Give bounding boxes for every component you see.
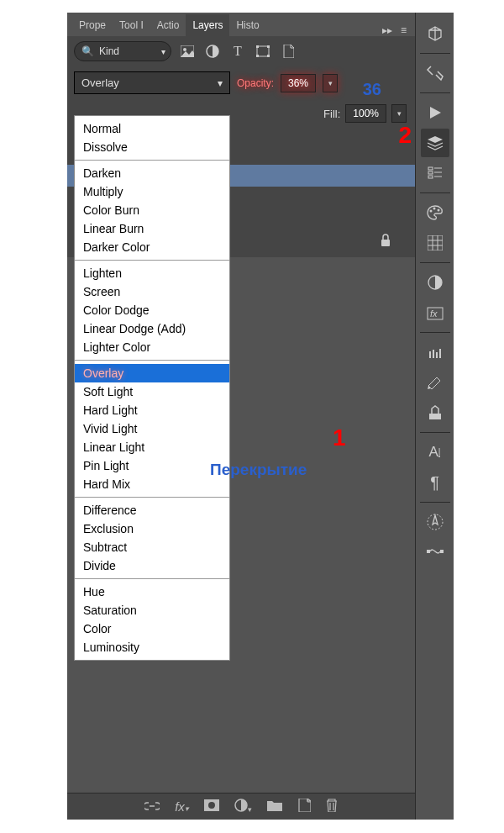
- adjustments-icon[interactable]: [421, 268, 449, 297]
- blend-mode-option[interactable]: Linear Light: [75, 438, 229, 456]
- swatches-icon[interactable]: [421, 229, 449, 257]
- svg-rect-3: [257, 46, 269, 56]
- annotation-1: 1: [333, 424, 346, 451]
- tab-tool-presets[interactable]: Tool I: [113, 14, 150, 36]
- svg-point-15: [429, 210, 432, 213]
- delete-layer-icon[interactable]: [326, 799, 338, 815]
- annotation-overlay-translation: Перекрытие: [210, 461, 307, 479]
- fill-label: Fill:: [323, 108, 340, 120]
- adjustment-layer-icon[interactable]: ▾: [234, 799, 252, 815]
- blend-mode-option[interactable]: Difference: [75, 501, 229, 519]
- annotation-36: 36: [363, 80, 381, 99]
- brush-settings-icon[interactable]: [421, 368, 449, 397]
- fill-dropdown-icon[interactable]: ▾: [391, 104, 407, 123]
- blend-mode-option[interactable]: Overlay: [75, 364, 229, 382]
- navigator-icon[interactable]: [421, 508, 449, 536]
- new-layer-icon[interactable]: [297, 799, 311, 815]
- filter-adjustment-icon[interactable]: [205, 44, 220, 59]
- tab-properties[interactable]: Prope: [72, 14, 113, 36]
- tab-actions[interactable]: Actio: [150, 14, 186, 36]
- blend-mode-option[interactable]: Darken: [75, 164, 229, 182]
- svg-rect-18: [428, 235, 443, 250]
- blend-mode-option[interactable]: Color Dodge: [75, 301, 229, 319]
- filter-smartobject-icon[interactable]: [281, 44, 296, 59]
- fill-value[interactable]: 100%: [345, 104, 386, 123]
- layer-filter-row: 🔍 Kind T: [67, 36, 415, 66]
- panel-menu-icon[interactable]: ≡: [401, 24, 407, 36]
- layers-bottom-bar: fx▾ ▾: [67, 793, 415, 820]
- blend-mode-option[interactable]: Soft Light: [75, 382, 229, 401]
- filter-type-icon[interactable]: T: [230, 44, 245, 59]
- link-layers-icon[interactable]: [144, 799, 160, 815]
- opacity-label: Opacity:: [237, 77, 274, 89]
- svg-text:fx: fx: [430, 308, 438, 319]
- blend-mode-option[interactable]: Subtract: [75, 538, 229, 556]
- brushes-icon[interactable]: [421, 338, 449, 366]
- blend-mode-option[interactable]: Divide: [75, 556, 229, 575]
- 3d-icon[interactable]: [421, 19, 449, 48]
- blend-mode-select[interactable]: Overlay: [74, 71, 230, 94]
- filter-pixel-icon[interactable]: [180, 44, 195, 59]
- blend-mode-option[interactable]: Lighten: [75, 264, 229, 282]
- blend-mode-option[interactable]: Darker Color: [75, 238, 229, 256]
- tools-settings-icon[interactable]: [421, 59, 449, 87]
- svg-point-10: [208, 802, 215, 809]
- blend-mode-menu: NormalDissolveDarkenMultiplyColor BurnLi…: [74, 115, 230, 661]
- blend-mode-option[interactable]: Exclusion: [75, 519, 229, 538]
- svg-rect-6: [256, 55, 259, 57]
- blend-mode-option[interactable]: Linear Burn: [75, 219, 229, 238]
- layers-panel-icon[interactable]: [421, 129, 449, 157]
- svg-rect-12: [428, 167, 433, 170]
- channels-icon[interactable]: [421, 159, 449, 187]
- filter-kind-select[interactable]: 🔍 Kind: [74, 41, 171, 61]
- tab-history[interactable]: Histo: [229, 14, 265, 36]
- tab-layers[interactable]: Layers: [186, 14, 229, 36]
- svg-point-17: [437, 209, 439, 212]
- blend-mode-option[interactable]: Hue: [75, 583, 229, 601]
- blend-mode-option[interactable]: Lighter Color: [75, 338, 229, 356]
- panel-tabs: Prope Tool I Actio Layers Histo ▸▸ ≡: [67, 13, 415, 36]
- blend-mode-option[interactable]: Vivid Light: [75, 419, 229, 438]
- collapse-icon[interactable]: ▸▸: [382, 24, 392, 36]
- svg-rect-24: [427, 550, 430, 553]
- svg-rect-7: [267, 55, 270, 57]
- styles-icon[interactable]: fx: [421, 298, 449, 327]
- filter-shape-icon[interactable]: [255, 44, 270, 59]
- right-toolbar: fx A| ¶: [415, 13, 454, 820]
- blend-mode-option[interactable]: Linear Dodge (Add): [75, 319, 229, 338]
- color-icon[interactable]: [421, 198, 449, 227]
- blend-mode-option[interactable]: Normal: [75, 119, 229, 138]
- svg-rect-8: [381, 240, 390, 246]
- clone-source-icon[interactable]: [421, 398, 449, 427]
- svg-point-16: [433, 208, 435, 210]
- svg-rect-25: [440, 550, 444, 553]
- layer-mask-icon[interactable]: [204, 799, 219, 815]
- paths-icon[interactable]: [421, 538, 449, 567]
- blend-mode-option[interactable]: Multiply: [75, 182, 229, 201]
- play-icon[interactable]: [421, 98, 449, 127]
- character-icon[interactable]: A|: [421, 438, 449, 467]
- blend-mode-option[interactable]: Screen: [75, 282, 229, 301]
- annotation-2: 2: [398, 122, 412, 149]
- blend-mode-option[interactable]: Hard Mix: [75, 475, 229, 493]
- blend-mode-option[interactable]: Dissolve: [75, 138, 229, 156]
- blend-mode-option[interactable]: Saturation: [75, 601, 229, 619]
- opacity-dropdown-icon[interactable]: ▾: [323, 74, 338, 92]
- opacity-value[interactable]: 36%: [281, 74, 316, 92]
- blend-mode-option[interactable]: Hard Light: [75, 401, 229, 419]
- svg-rect-13: [428, 171, 433, 174]
- svg-rect-22: [429, 414, 441, 419]
- svg-rect-14: [428, 176, 433, 178]
- lock-icon: [380, 234, 391, 250]
- svg-rect-4: [256, 45, 259, 48]
- new-group-icon[interactable]: [267, 799, 282, 815]
- blend-mode-option[interactable]: Color: [75, 619, 229, 638]
- search-icon: 🔍: [81, 45, 94, 57]
- blend-mode-option[interactable]: Pin Light: [75, 456, 229, 475]
- blend-mode-option[interactable]: Color Burn: [75, 201, 229, 219]
- svg-rect-5: [267, 45, 270, 48]
- blend-mode-option[interactable]: Luminosity: [75, 638, 229, 656]
- layer-style-icon[interactable]: fx▾: [175, 799, 189, 814]
- paragraph-icon[interactable]: ¶: [421, 468, 449, 497]
- svg-point-1: [183, 48, 186, 51]
